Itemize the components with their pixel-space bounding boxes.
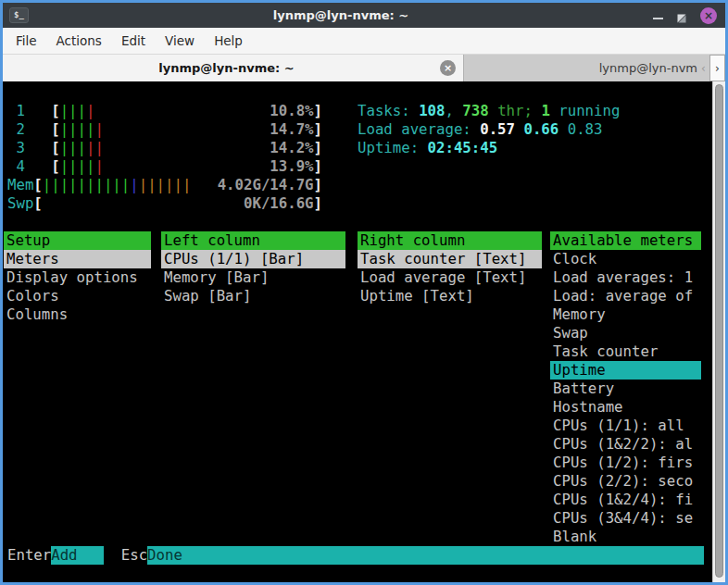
panel-header-left-column: Left column — [161, 231, 345, 250]
panel-available-meters: Available metersClockLoad averages: 1Loa… — [550, 231, 701, 546]
panel-item-task-counter-text[interactable]: Task counter [Text] — [358, 250, 542, 268]
meter-bracket-open: [ — [33, 194, 42, 212]
meter-value: 0K/16.6G — [244, 194, 314, 213]
terminal-icon-glyph: $_ — [14, 11, 24, 19]
meter-bars: |||| — [60, 102, 95, 120]
meter-label: 1 — [7, 102, 51, 120]
tab-scroll-left-button[interactable]: ‹ — [697, 55, 709, 81]
panel-item-blank[interactable]: Blank — [550, 528, 701, 546]
meter-bar-red: | — [94, 157, 103, 175]
panel-item-cpus-2-2-seco[interactable]: CPUs (2/2): seco — [550, 472, 701, 491]
meter-bracket-close: ] — [314, 176, 322, 193]
panel-item-cpus-1-1-all[interactable]: CPUs (1/1): all — [550, 417, 701, 435]
tab-scroll-right-button[interactable]: › — [709, 55, 725, 81]
meter-bracket-close: ] — [314, 139, 322, 156]
load-average-line: Load average: 0.57 0.66 0.83 — [358, 120, 602, 139]
panel-item-hostname[interactable]: Hostname — [550, 398, 701, 417]
meter-row-1: 1[||||10.8%] — [7, 102, 322, 120]
panel-item-meters[interactable]: Meters — [4, 250, 151, 268]
function-bar: EnterAddEscDone — [7, 546, 704, 565]
panel-item-memory-bar[interactable]: Memory [Bar] — [161, 268, 345, 287]
minimize-button[interactable] — [653, 18, 663, 19]
meter-bar-green: |||| — [60, 120, 95, 138]
close-button[interactable]: × — [700, 7, 717, 24]
meter-label: 2 — [7, 120, 51, 139]
fkey-action-add[interactable]: Add — [51, 546, 104, 565]
titlebar[interactable]: $_ lynmp@lyn-nvme: ~ × — [3, 3, 725, 28]
panel-item-cpus-1-2-firs[interactable]: CPUs (1/2): firs — [550, 454, 701, 472]
meter-bracket-close: ] — [314, 157, 322, 175]
tab-inactive-title: lynmp@lyn-nvm — [599, 61, 697, 75]
scrollbar-thumb[interactable] — [715, 84, 723, 578]
htop-setup-screen: 1[||||10.8%] 2[|||||14.7%] 3[|||||14.2%]… — [3, 81, 712, 582]
meter-value: 4.02G/14.7G — [218, 176, 314, 194]
meter-label: 3 — [7, 139, 51, 157]
meter-bracket-open: [ — [51, 102, 59, 119]
panel-item-swap-bar[interactable]: Swap [Bar] — [161, 287, 345, 305]
tab-active-title: lynmp@lyn-nvme: ~ — [3, 61, 463, 75]
fkey-action-done[interactable]: Done — [147, 546, 704, 565]
menu-file[interactable]: File — [16, 33, 37, 48]
panel-item-uptime-text[interactable]: Uptime [Text] — [358, 287, 542, 305]
uptime-line: Uptime: 02:45:45 — [358, 139, 497, 157]
tab-inactive[interactable]: lynmp@lyn-nvm — [464, 55, 697, 81]
meter-value: 13.9% — [270, 157, 313, 176]
panel-item-task-counter[interactable]: Task counter — [550, 342, 701, 361]
terminal-scrollbar[interactable] — [712, 81, 725, 582]
meter-bracket-open: [ — [33, 176, 42, 193]
meter-bar-area: |||||14.2% — [60, 139, 314, 157]
tab-active[interactable]: lynmp@lyn-nvme: ~ × — [3, 55, 464, 81]
panel-item-memory[interactable]: Memory — [550, 305, 701, 324]
meter-label: 4 — [7, 157, 51, 176]
meter-bars: ||||| — [60, 120, 104, 139]
panel-item-load-averages-1[interactable]: Load averages: 1 — [550, 268, 701, 287]
window-title: lynmp@lyn-nvme: ~ — [29, 8, 653, 22]
menu-edit[interactable]: Edit — [121, 33, 145, 48]
meter-bars: ||||| — [60, 157, 104, 176]
meter-bar-red: | — [94, 120, 103, 138]
meter-bar-red: | — [86, 102, 94, 119]
meter-bar-orange: |||||| — [139, 176, 192, 193]
meter-row-swp: Swp[0K/16.6G] — [7, 194, 322, 213]
panel-item-cpus-1-2-4-fi[interactable]: CPUs (1&2/4): fi — [550, 491, 701, 509]
tab-close-icon[interactable]: × — [440, 60, 456, 76]
panel-item-clock[interactable]: Clock — [550, 250, 701, 268]
menu-actions[interactable]: Actions — [56, 33, 102, 48]
meter-label: Swp — [7, 194, 33, 213]
panel-item-cpus-1-1-bar[interactable]: CPUs (1/1) [Bar] — [161, 250, 345, 268]
meter-row-mem: Mem[|||||||||||||||||4.02G/14.7G] — [7, 176, 322, 194]
meter-bars: ||||||||||||||||| — [43, 176, 192, 194]
meter-bar-green: ||| — [60, 139, 86, 156]
restore-icon — [676, 13, 687, 24]
panel-item-display-options[interactable]: Display options — [4, 268, 151, 287]
panel-setup: SetupMetersDisplay optionsColorsColumns — [4, 231, 151, 324]
meter-bars: ||||| — [60, 139, 104, 157]
panel-item-cpus-1-2-2-al[interactable]: CPUs (1&2/2): al — [550, 435, 701, 454]
panel-item-cpus-3-4-4-se[interactable]: CPUs (3&4/4): se — [550, 509, 701, 528]
meter-bar-area: 0K/16.6G — [43, 194, 314, 213]
meter-bracket-close: ] — [314, 102, 322, 119]
panel-item-uptime[interactable]: Uptime — [550, 361, 701, 380]
meter-bar-red: || — [86, 139, 104, 156]
meter-row-3: 3[|||||14.2%] — [7, 139, 322, 157]
fkey-enter[interactable]: Enter — [7, 546, 51, 565]
fkey-esc[interactable]: Esc — [121, 546, 147, 565]
terminal-window: $_ lynmp@lyn-nvme: ~ × File Actions Edit… — [0, 0, 728, 585]
panel-item-load-average-of[interactable]: Load: average of — [550, 287, 701, 305]
meter-bar-blue: | — [130, 176, 138, 193]
meter-row-2: 2[|||||14.7%] — [7, 120, 322, 139]
meter-value: 14.7% — [270, 120, 313, 139]
tasks-line: Tasks: 108, 738 thr; 1 running — [358, 102, 620, 120]
panel-header-available-meters: Available meters — [550, 231, 701, 250]
meter-value: 10.8% — [270, 102, 313, 120]
terminal-viewport[interactable]: 1[||||10.8%] 2[|||||14.7%] 3[|||||14.2%]… — [3, 81, 725, 582]
restore-button[interactable] — [676, 10, 687, 21]
panel-item-columns[interactable]: Columns — [4, 305, 151, 324]
menu-help[interactable]: Help — [214, 33, 243, 48]
panel-item-swap[interactable]: Swap — [550, 324, 701, 342]
meter-bar-area: |||||13.9% — [60, 157, 314, 176]
menu-view[interactable]: View — [165, 33, 195, 48]
panel-item-load-average-text[interactable]: Load average [Text] — [358, 268, 542, 287]
panel-item-colors[interactable]: Colors — [4, 287, 151, 305]
panel-item-battery[interactable]: Battery — [550, 380, 701, 398]
